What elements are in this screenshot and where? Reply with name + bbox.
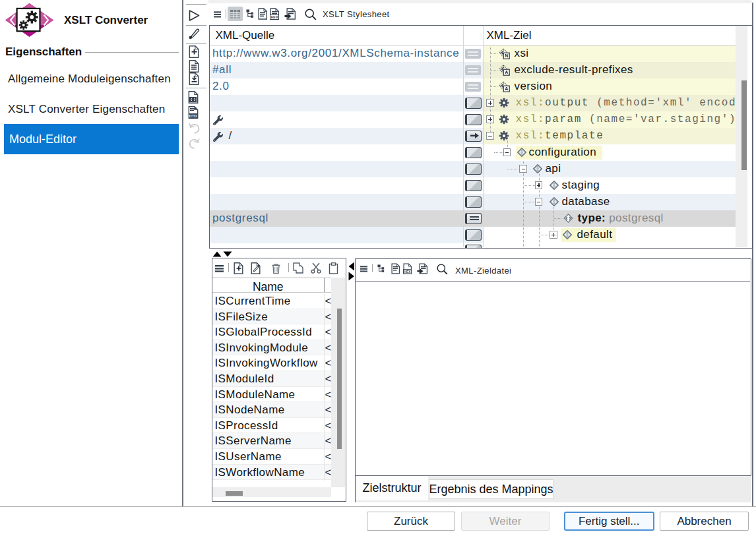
svg-text:DTD: DTD: [189, 114, 197, 118]
svg-text:HEX: HEX: [404, 270, 411, 274]
svg-text:HEX: HEX: [270, 15, 278, 19]
